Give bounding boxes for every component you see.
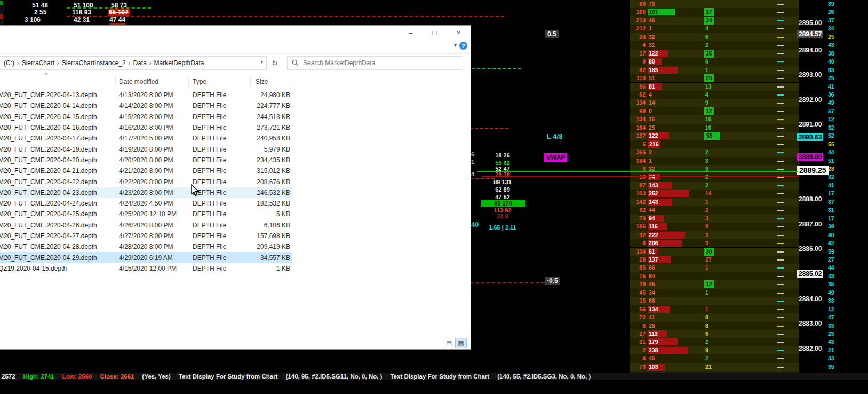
ladder-row[interactable]: 7094317 xyxy=(630,215,868,223)
ladder-row[interactable]: 92222340 xyxy=(630,231,868,239)
refresh-button[interactable]: ↻ xyxy=(267,59,283,67)
close-button[interactable]: × xyxy=(447,26,471,40)
file-row[interactable]: M20_FUT_CME.2020-04-14.depth4/14/2020 8:… xyxy=(0,100,292,111)
ladder-row[interactable]: 110512525 xyxy=(630,74,868,82)
search-input[interactable] xyxy=(302,59,463,67)
dom-quote-value: 18 26 xyxy=(481,152,524,159)
breadcrumb-item[interactable]: Data xyxy=(131,59,148,67)
column-divider[interactable] xyxy=(188,76,189,87)
column-header-date-modified[interactable]: Date modified xyxy=(119,78,158,85)
ladder-row[interactable]: 8566144 xyxy=(630,264,868,272)
breadcrumb-item[interactable]: SierraChartInstance_2 xyxy=(60,59,128,67)
file-type-cell: DEPTH File xyxy=(193,222,246,229)
ladder-row[interactable]: 431243 xyxy=(630,41,868,49)
file-name-cell: M20_FUT_CME.2020-04-19.depth xyxy=(0,146,116,153)
ladder-row[interactable]: 731032135 xyxy=(630,363,868,371)
ladder-row[interactable]: 2121424 xyxy=(630,25,868,33)
ladder-row[interactable]: 142143137 xyxy=(630,198,868,206)
ladder-row[interactable]: 29451235 xyxy=(630,280,868,288)
column-divider[interactable] xyxy=(250,76,251,87)
breadcrumb-item[interactable]: MarketDepthData xyxy=(152,59,205,67)
ladder-row[interactable]: 607339 xyxy=(630,0,868,8)
breadcrumb-item[interactable]: SierraChart xyxy=(20,59,56,67)
ladder-row[interactable]: 171223538 xyxy=(630,50,868,58)
sort-ascending-icon[interactable]: ^ xyxy=(45,72,47,78)
ladder-row[interactable]: 27113623 xyxy=(630,330,868,338)
breadcrumb-item[interactable]: (C:) xyxy=(2,59,16,67)
maximize-button[interactable]: □ xyxy=(423,26,447,40)
file-name-cell: M20_FUT_CME.2020-04-21.depth xyxy=(0,167,116,175)
file-row[interactable]: M20_FUT_CME.2020-04-25.depth4/25/2020 12… xyxy=(0,209,292,219)
ladder-row[interactable]: 6244231 xyxy=(630,206,868,214)
ladder-row[interactable]: 7241847 xyxy=(630,313,868,321)
file-date-modified-cell: 4/29/2020 6:19 AM xyxy=(119,254,189,262)
view-list-button[interactable]: ▤ xyxy=(444,338,455,348)
file-row[interactable]: M20_FUT_CME.2020-04-20.depth4/20/2020 8:… xyxy=(0,155,292,166)
ladder-row[interactable]: 156633 xyxy=(630,297,868,305)
file-row[interactable]: M20_FUT_CME.2020-04-13.depth4/13/2020 8:… xyxy=(0,90,292,100)
file-row[interactable]: M20_FUT_CME.2020-04-15.depth4/15/2020 8:… xyxy=(0,112,292,122)
address-dropdown-icon[interactable]: ▾ xyxy=(260,59,263,65)
ladder-row[interactable]: 96811341 xyxy=(630,83,868,91)
file-row[interactable]: M20_FUT_CME.2020-04-16.depth4/16/2020 8:… xyxy=(0,122,292,133)
ladder-row[interactable]: 980640 xyxy=(630,58,868,66)
file-row[interactable]: M20_FUT_CME.2020-04-24.depth4/24/2020 4:… xyxy=(0,198,292,209)
ladder-row[interactable]: 281372727 xyxy=(630,256,868,264)
axis-tick xyxy=(777,317,784,318)
ladder-row[interactable]: 624436 xyxy=(630,91,868,99)
minimize-button[interactable]: – xyxy=(399,26,423,40)
ladder-row[interactable]: 1371225552 xyxy=(630,132,868,140)
column-header-type[interactable]: Type xyxy=(193,78,206,85)
file-row[interactable]: M20_FUT_CME.2020-04-27.depth4/27/2020 8:… xyxy=(0,231,292,241)
ladder-row[interactable]: 13414949 xyxy=(630,99,868,107)
file-row[interactable]: QZ19.2020-04-15.depth4/15/2020 12:00 PMD… xyxy=(0,263,292,274)
axis-tick xyxy=(777,293,784,294)
price-label: 2889.25 xyxy=(797,166,829,175)
ladder-row[interactable]: 1074232 xyxy=(630,173,868,181)
ladder-row[interactable]: 3662244 xyxy=(630,148,868,156)
ladder-row[interactable]: 156443 xyxy=(630,272,868,280)
file-row[interactable]: M20_FUT_CME.2020-04-22.depth4/22/2020 8:… xyxy=(0,176,292,187)
file-row[interactable]: M20_FUT_CME.2020-04-29.depth4/29/2020 6:… xyxy=(0,252,292,263)
address-bar[interactable]: (C:)›SierraChart›SierraChartInstance_2›D… xyxy=(0,56,267,70)
view-details-button[interactable]: ▦ xyxy=(456,338,466,348)
ladder-row[interactable]: 1032521417 xyxy=(630,190,868,198)
ladder-row[interactable]: 8206942 xyxy=(630,239,868,247)
ladder-row[interactable]: 56134112 xyxy=(630,305,868,313)
ladder-row[interactable]: 164251032 xyxy=(630,124,868,132)
ladder-row[interactable]: 846233 xyxy=(630,354,868,363)
ladder-row[interactable]: 521655 xyxy=(630,140,868,148)
ladder-row[interactable]: 2238921 xyxy=(630,346,868,354)
ladder-row[interactable]: 31179243 xyxy=(630,338,868,346)
file-row[interactable]: M20_FUT_CME.2020-04-26.depth4/26/2020 8:… xyxy=(0,220,292,231)
ladder-row[interactable]: 87143241 xyxy=(630,182,868,190)
ladder-row[interactable]: 104613059 xyxy=(630,248,868,256)
ladder-row[interactable]: 9901257 xyxy=(630,107,868,115)
file-row[interactable]: M20_FUT_CME.2020-04-19.depth4/19/2020 8:… xyxy=(0,144,292,154)
volume-bar-value: 61 xyxy=(649,248,655,256)
ladder-row[interactable]: 3841351 xyxy=(630,157,868,165)
window-titlebar[interactable]: – □ × xyxy=(0,26,471,40)
ladder-row[interactable]: 210463437 xyxy=(630,17,868,25)
axis-tick xyxy=(777,259,784,261)
ladder-row[interactable]: 622328 xyxy=(630,165,868,173)
trade-count-value: 1 xyxy=(705,198,708,206)
ladder-row[interactable]: 134161612 xyxy=(630,115,868,123)
search-box[interactable] xyxy=(287,56,463,70)
column-divider[interactable] xyxy=(294,76,294,87)
ladder-row[interactable]: 828833 xyxy=(630,322,868,330)
ladder-row[interactable]: 2432625 xyxy=(630,33,868,41)
ladder-row[interactable]: 4534149 xyxy=(630,289,868,297)
file-row[interactable]: M20_FUT_CME.2020-04-23.depth4/23/2020 8:… xyxy=(0,187,292,198)
ribbon-expand-chevron-icon[interactable]: ▾ xyxy=(454,42,457,48)
help-icon[interactable]: ? xyxy=(459,42,467,50)
file-row[interactable]: M20_FUT_CME.2020-04-21.depth4/21/2020 8:… xyxy=(0,166,292,176)
file-row[interactable]: M20_FUT_CME.2020-04-28.depth4/28/2020 8:… xyxy=(0,241,292,252)
ladder-row[interactable]: 1661071726 xyxy=(630,8,868,16)
ladder-row[interactable]: 186116839 xyxy=(630,223,868,231)
column-header-size[interactable]: Size xyxy=(256,78,268,85)
file-row[interactable]: M20_FUT_CME.2020-04-17.depth4/17/2020 5:… xyxy=(0,133,292,144)
column-divider[interactable] xyxy=(115,76,116,87)
ladder-row[interactable]: 82185163 xyxy=(630,66,868,74)
trade-count-value: 8 xyxy=(705,313,708,321)
